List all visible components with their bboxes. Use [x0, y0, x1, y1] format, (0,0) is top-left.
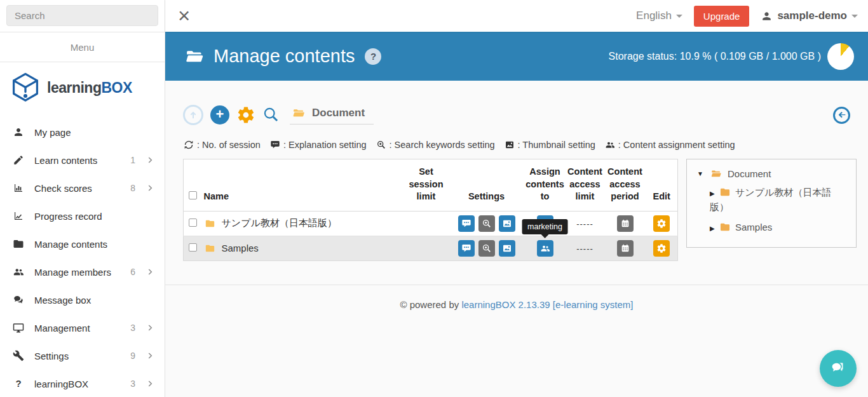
folder-settings-gear-icon[interactable]	[236, 105, 255, 124]
person-icon	[761, 10, 773, 22]
edit-button[interactable]	[653, 215, 670, 232]
sidebar-item-manage-contents[interactable]: Manage contents	[0, 230, 165, 258]
close-icon[interactable]: ×	[174, 7, 194, 25]
legend-thumbnail: : Thumbnail setting	[505, 140, 595, 150]
explanation-setting-button[interactable]	[458, 215, 475, 232]
topbar: × English Upgrade sample-demo	[165, 0, 868, 32]
breadcrumb[interactable]: Document	[290, 105, 374, 124]
storage-pie-chart	[827, 43, 854, 70]
row-checkbox[interactable]	[189, 219, 197, 227]
caret-down-icon[interactable]: ▼	[697, 170, 705, 177]
access-limit-value: -----	[576, 244, 593, 253]
users-icon	[13, 266, 25, 278]
access-period-button[interactable]	[617, 240, 634, 257]
menu-heading: Menu	[0, 32, 165, 62]
tree-item-document[interactable]: ▼ Document	[697, 168, 847, 179]
arrow-up-icon	[188, 110, 198, 120]
sidebar-item-my-page[interactable]: My page	[0, 118, 165, 146]
folder-name[interactable]: サンプル教材（日本語版）	[204, 217, 402, 229]
arrow-left-icon	[837, 110, 847, 120]
assignment-icon	[605, 140, 615, 150]
legend-assignment: : Content assignment setting	[605, 140, 735, 150]
learningbox-logo[interactable]: learningBOX	[0, 62, 165, 113]
add-content-button[interactable]: +	[210, 105, 229, 124]
search-keywords-button[interactable]	[478, 240, 495, 257]
thumbnail-setting-button[interactable]	[499, 240, 515, 257]
page-header: Manage contents ? Storage status: 10.9 %…	[165, 32, 868, 81]
back-button[interactable]	[833, 107, 850, 124]
upgrade-button[interactable]: Upgrade	[694, 6, 750, 27]
sidebar-item-learningbox[interactable]: learningBOX 3	[0, 370, 165, 397]
caret-right-icon[interactable]: ▶	[710, 189, 717, 198]
caret-right-icon[interactable]: ▶	[710, 224, 717, 233]
explanation-setting-button[interactable]	[458, 240, 475, 257]
item-count: 1	[125, 155, 135, 165]
col-name: Name	[203, 159, 403, 212]
select-all-checkbox[interactable]	[189, 191, 197, 199]
icon-legend: : No. of session : Explanation setting :…	[184, 140, 735, 150]
thumbnail-icon	[502, 219, 512, 229]
sidebar-item-learn-contents[interactable]: Learn contents 1	[0, 146, 165, 174]
legend-search-keywords: : Search keywords setting	[376, 140, 495, 150]
chat-widget-button[interactable]	[820, 350, 857, 387]
access-limit-value: -----	[576, 219, 593, 229]
sidebar-item-message-box[interactable]: Message box	[0, 286, 165, 314]
help-icon[interactable]: ?	[365, 48, 381, 65]
sidebar-item-progress-record[interactable]: Progress record	[0, 202, 165, 230]
footer: © powered by learningBOX 2.13.39 [e-lear…	[165, 299, 868, 310]
folder-name[interactable]: Samples	[204, 243, 402, 253]
assign-contents-button[interactable]	[537, 240, 553, 257]
edit-button[interactable]	[653, 240, 670, 257]
bar-chart-icon	[13, 182, 25, 194]
chevron-right-icon	[146, 379, 154, 388]
search-keywords-button[interactable]	[478, 215, 495, 232]
go-up-folder-button	[183, 105, 203, 125]
tooltip: marketing	[522, 219, 568, 234]
chat-bubble-icon	[829, 360, 847, 377]
main-area: × English Upgrade sample-demo Manage con…	[165, 0, 868, 397]
access-period-button[interactable]	[617, 215, 634, 232]
session-icon	[184, 140, 194, 150]
page-title-wrap: Manage contents ?	[183, 46, 381, 67]
gear-icon	[656, 219, 667, 229]
item-count: 9	[125, 351, 135, 361]
page-title: Manage contents	[214, 46, 355, 67]
folder-icon	[719, 222, 731, 232]
col-assign: Assign contents to	[524, 159, 566, 212]
col-session-limit: Set session limit	[403, 159, 449, 212]
search-contents-icon[interactable]	[262, 106, 280, 124]
item-count: 3	[125, 323, 135, 333]
calendar-icon	[620, 243, 630, 253]
search-keywords-icon	[482, 243, 492, 253]
sidebar-search	[0, 0, 165, 32]
row-checkbox[interactable]	[189, 243, 197, 252]
pencil-icon	[13, 154, 25, 166]
content-divider	[165, 285, 868, 285]
caret-down-icon	[676, 15, 682, 18]
col-access-period: Content access period	[604, 159, 646, 212]
sidebar-item-management[interactable]: Management 3	[0, 314, 165, 342]
sidebar-item-check-scores[interactable]: Check scores 8	[0, 174, 165, 202]
language-dropdown[interactable]: English	[636, 10, 682, 22]
footer-version-link[interactable]: learningBOX 2.13.39 [e-learning system]	[461, 299, 633, 310]
thumbnail-icon	[502, 243, 512, 253]
trend-chart-icon	[13, 210, 25, 222]
sidebar-item-settings[interactable]: Settings 9	[0, 342, 165, 370]
user-menu[interactable]: sample-demo	[761, 10, 858, 22]
storage-status: Storage status: 10.9 % ( 0.109 GB / 1.00…	[609, 43, 854, 70]
thumbnail-setting-button[interactable]	[499, 215, 515, 232]
col-access-limit: Content access limit	[566, 159, 604, 212]
tree-item-samples[interactable]: ▶Samples	[697, 220, 847, 235]
logo-cube-icon	[9, 71, 42, 104]
question-mark-icon	[13, 378, 25, 389]
tree-item-sample[interactable]: ▶サンプル教材（日本語版）	[697, 185, 847, 214]
item-count: 6	[125, 267, 135, 277]
sidebar-item-manage-members[interactable]: Manage members 6	[0, 258, 165, 286]
assignment-icon	[540, 243, 550, 253]
search-input[interactable]	[6, 5, 158, 26]
col-edit: Edit	[646, 159, 678, 212]
legend-session: : No. of session	[184, 140, 261, 150]
chevron-right-icon	[146, 184, 154, 192]
folder-icon	[204, 243, 216, 253]
sidebar-nav: My page Learn contents 1 Check scores 8 …	[0, 113, 165, 397]
